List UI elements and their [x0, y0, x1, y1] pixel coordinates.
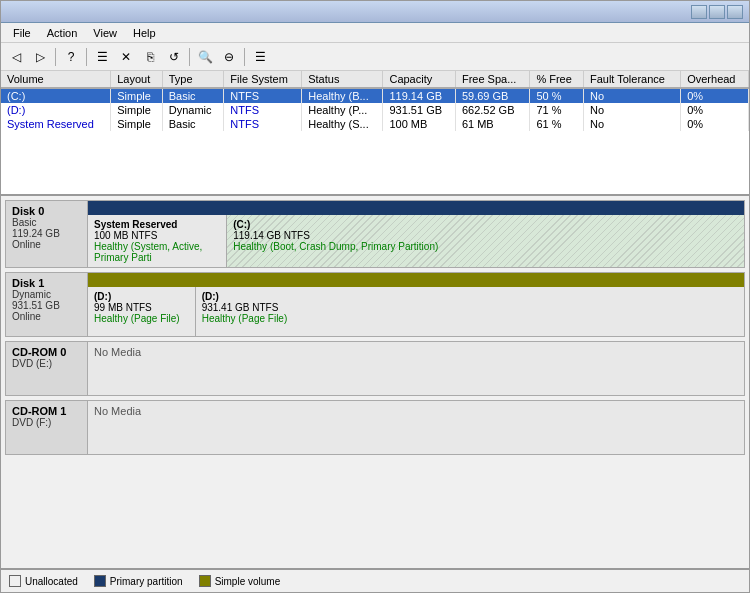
partition-block-0-0[interactable]: System Reserved 100 MB NTFS Healthy (Sys… [88, 215, 227, 267]
col-volume[interactable]: Volume [1, 71, 111, 88]
table-cell: NTFS [224, 103, 302, 117]
title-bar [1, 1, 749, 23]
partition-status: Healthy (System, Active, Primary Parti [94, 241, 220, 263]
table-cell: Healthy (B... [302, 88, 383, 103]
legend-unallocated: Unallocated [9, 575, 78, 587]
cdrom-no-media: No Media [94, 346, 141, 358]
table-row[interactable]: (D:)SimpleDynamicNTFSHealthy (P...931.51… [1, 103, 749, 117]
cdrom-id: CD-ROM 0 [12, 346, 81, 358]
disk-visual-1: Disk 1Dynamic931.51 GBOnline (D:) 99 MB … [5, 272, 745, 337]
disk-label-0: Disk 0Basic119.24 GBOnline [6, 201, 88, 267]
legend-simple-box [199, 575, 211, 587]
disk-label-1: Disk 1Dynamic931.51 GBOnline [6, 273, 88, 336]
partition-block-0-1[interactable]: (C:) 119.14 GB NTFS Healthy (Boot, Crash… [227, 215, 744, 267]
menu-help[interactable]: Help [125, 25, 164, 41]
table-cell: Simple [111, 117, 163, 131]
table-cell: (D:) [1, 103, 111, 117]
table-cell: 0% [681, 117, 749, 131]
cdrom-content-3: No Media [88, 401, 744, 454]
back-button[interactable]: ◁ [5, 46, 27, 68]
table-cell: 931.51 GB [383, 103, 455, 117]
partition-size: 99 MB NTFS [94, 302, 189, 313]
col-capacity[interactable]: Capacity [383, 71, 455, 88]
disk-visual-0: Disk 0Basic119.24 GBOnline System Reserv… [5, 200, 745, 268]
table-cell: 662.52 GB [455, 103, 529, 117]
disk-id: Disk 0 [12, 205, 81, 217]
menu-action[interactable]: Action [39, 25, 86, 41]
col-fault[interactable]: Fault Tolerance [583, 71, 680, 88]
col-overhead[interactable]: Overhead [681, 71, 749, 88]
table-row[interactable]: (C:)SimpleBasicNTFSHealthy (B...119.14 G… [1, 88, 749, 103]
legend-primary-label: Primary partition [110, 576, 183, 587]
visual-disk-section: Disk 0Basic119.24 GBOnline System Reserv… [1, 196, 749, 568]
cdrom-content-2: No Media [88, 342, 744, 395]
partition-status: Healthy (Page File) [94, 313, 189, 324]
table-cell: No [583, 88, 680, 103]
disk-partitions-1: (D:) 99 MB NTFS Healthy (Page File) (D:)… [88, 273, 744, 336]
col-free[interactable]: Free Spa... [455, 71, 529, 88]
cdrom-label-3: CD-ROM 1DVD (F:) [6, 401, 88, 454]
col-pct-free[interactable]: % Free [530, 71, 584, 88]
table-cell: 50 % [530, 88, 584, 103]
table-cell: Simple [111, 103, 163, 117]
menu-view[interactable]: View [85, 25, 125, 41]
legend-simple-label: Simple volume [215, 576, 281, 587]
delete-button[interactable]: ✕ [115, 46, 137, 68]
table-cell: 61 % [530, 117, 584, 131]
table-cell: System Reserved [1, 117, 111, 131]
zoom-in-button[interactable]: 🔍 [194, 46, 216, 68]
forward-button[interactable]: ▷ [29, 46, 51, 68]
disk-bar-1 [88, 273, 744, 287]
refresh-button[interactable]: ⎘ [139, 46, 161, 68]
close-button[interactable] [727, 5, 743, 19]
zoom-out-button[interactable]: ⊖ [218, 46, 240, 68]
menu-file[interactable]: File [5, 25, 39, 41]
bar-segment-1 [186, 273, 744, 287]
table-cell: 0% [681, 88, 749, 103]
partitions-row-0: System Reserved 100 MB NTFS Healthy (Sys… [88, 215, 744, 267]
maximize-button[interactable] [709, 5, 725, 19]
minimize-button[interactable] [691, 5, 707, 19]
disk-partitions-0: System Reserved 100 MB NTFS Healthy (Sys… [88, 201, 744, 267]
table-cell: NTFS [224, 117, 302, 131]
table-cell: (C:) [1, 88, 111, 103]
bar-segment-0 [88, 273, 186, 287]
toolbar-separator-1 [55, 48, 56, 66]
disk-management-window: File Action View Help ◁ ▷ ? ☰ ✕ ⎘ ↺ 🔍 ⊖ … [0, 0, 750, 593]
table-cell: No [583, 117, 680, 131]
cdrom-no-media: No Media [94, 405, 141, 417]
partition-block-1-1[interactable]: (D:) 931.41 GB NTFS Healthy (Page File) [196, 287, 744, 336]
table-row[interactable]: System ReservedSimpleBasicNTFSHealthy (S… [1, 117, 749, 131]
partition-size: 100 MB NTFS [94, 230, 220, 241]
legend-unallocated-box [9, 575, 21, 587]
cdrom-id: CD-ROM 1 [12, 405, 81, 417]
disk-id: Disk 1 [12, 277, 81, 289]
partition-block-1-0[interactable]: (D:) 99 MB NTFS Healthy (Page File) [88, 287, 196, 336]
table-cell: Simple [111, 88, 163, 103]
toolbar: ◁ ▷ ? ☰ ✕ ⎘ ↺ 🔍 ⊖ ☰ [1, 43, 749, 71]
col-layout[interactable]: Layout [111, 71, 163, 88]
table-cell: Dynamic [162, 103, 224, 117]
partition-size: 119.14 GB NTFS [233, 230, 738, 241]
table-cell: 59.69 GB [455, 88, 529, 103]
toolbar-separator-4 [244, 48, 245, 66]
table-cell: 61 MB [455, 117, 529, 131]
title-bar-buttons [691, 5, 743, 19]
col-type[interactable]: Type [162, 71, 224, 88]
toolbar-separator-3 [189, 48, 190, 66]
help-button[interactable]: ? [60, 46, 82, 68]
bar-segment-0 [88, 201, 219, 215]
partition-name: (D:) [202, 291, 738, 302]
table-cell: NTFS [224, 88, 302, 103]
col-status[interactable]: Status [302, 71, 383, 88]
table-cell: 100 MB [383, 117, 455, 131]
table-cell: Healthy (S... [302, 117, 383, 131]
table-cell: Healthy (P... [302, 103, 383, 117]
rescan-button[interactable]: ↺ [163, 46, 185, 68]
list-button[interactable]: ☰ [249, 46, 271, 68]
partition-name: System Reserved [94, 219, 220, 230]
col-filesystem[interactable]: File System [224, 71, 302, 88]
partition-size: 931.41 GB NTFS [202, 302, 738, 313]
properties-button[interactable]: ☰ [91, 46, 113, 68]
table-cell: No [583, 103, 680, 117]
